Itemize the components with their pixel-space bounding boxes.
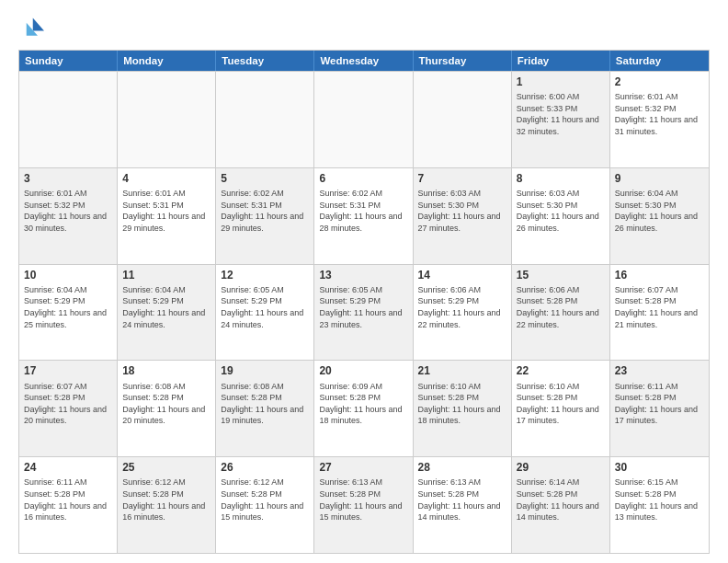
weekday-header: Tuesday	[216, 51, 314, 71]
day-number: 22	[517, 363, 605, 378]
calendar-cell: 21Sunrise: 6:10 AMSunset: 5:28 PMDayligh…	[414, 361, 512, 456]
svg-marker-0	[33, 18, 44, 31]
calendar-cell: 1Sunrise: 6:00 AMSunset: 5:33 PMDaylight…	[512, 72, 610, 167]
day-number: 15	[517, 268, 605, 282]
day-details: Sunrise: 6:02 AMSunset: 5:31 PMDaylight:…	[319, 188, 407, 234]
calendar-cell: 26Sunrise: 6:12 AMSunset: 5:28 PMDayligh…	[216, 457, 314, 553]
day-number: 3	[24, 171, 112, 186]
day-details: Sunrise: 6:05 AMSunset: 5:29 PMDaylight:…	[221, 284, 309, 330]
day-number: 19	[221, 363, 309, 378]
day-number: 7	[418, 171, 506, 186]
calendar-cell: 8Sunrise: 6:03 AMSunset: 5:30 PMDaylight…	[512, 168, 610, 264]
day-number: 21	[418, 363, 506, 378]
day-details: Sunrise: 6:01 AMSunset: 5:32 PMDaylight:…	[24, 188, 112, 234]
calendar-row: 24Sunrise: 6:11 AMSunset: 5:28 PMDayligh…	[19, 456, 709, 553]
calendar-cell: 16Sunrise: 6:07 AMSunset: 5:28 PMDayligh…	[610, 265, 709, 361]
calendar-cell: 25Sunrise: 6:12 AMSunset: 5:28 PMDayligh…	[118, 457, 216, 553]
calendar-cell: 5Sunrise: 6:02 AMSunset: 5:31 PMDaylight…	[216, 168, 314, 264]
day-number: 30	[615, 460, 704, 475]
calendar-header: SundayMondayTuesdayWednesdayThursdayFrid…	[19, 51, 709, 71]
calendar-row: 1Sunrise: 6:00 AMSunset: 5:33 PMDaylight…	[19, 71, 709, 167]
calendar-cell: 11Sunrise: 6:04 AMSunset: 5:29 PMDayligh…	[118, 265, 216, 361]
calendar-cell	[19, 72, 118, 167]
calendar-cell: 17Sunrise: 6:07 AMSunset: 5:28 PMDayligh…	[19, 361, 118, 456]
day-details: Sunrise: 6:11 AMSunset: 5:28 PMDaylight:…	[24, 477, 112, 523]
day-details: Sunrise: 6:11 AMSunset: 5:28 PMDaylight:…	[615, 381, 704, 427]
day-details: Sunrise: 6:03 AMSunset: 5:30 PMDaylight:…	[418, 188, 506, 234]
day-details: Sunrise: 6:06 AMSunset: 5:28 PMDaylight:…	[517, 284, 605, 330]
calendar-cell: 3Sunrise: 6:01 AMSunset: 5:32 PMDaylight…	[19, 168, 118, 264]
calendar-cell	[216, 72, 314, 167]
day-details: Sunrise: 6:15 AMSunset: 5:28 PMDaylight:…	[615, 477, 704, 523]
logo-icon	[18, 15, 44, 40]
day-details: Sunrise: 6:04 AMSunset: 5:29 PMDaylight:…	[24, 284, 112, 330]
day-number: 27	[319, 460, 407, 475]
weekday-header: Monday	[118, 51, 216, 71]
day-details: Sunrise: 6:10 AMSunset: 5:28 PMDaylight:…	[418, 381, 506, 427]
day-number: 20	[319, 363, 407, 378]
day-details: Sunrise: 6:08 AMSunset: 5:28 PMDaylight:…	[221, 381, 309, 427]
day-number: 26	[221, 460, 309, 475]
day-details: Sunrise: 6:08 AMSunset: 5:28 PMDaylight:…	[122, 381, 210, 427]
day-number: 16	[615, 268, 704, 282]
day-details: Sunrise: 6:09 AMSunset: 5:28 PMDaylight:…	[319, 381, 407, 427]
calendar-cell	[118, 72, 216, 167]
calendar-cell: 10Sunrise: 6:04 AMSunset: 5:29 PMDayligh…	[19, 265, 118, 361]
calendar-cell: 2Sunrise: 6:01 AMSunset: 5:32 PMDaylight…	[610, 72, 709, 167]
header	[18, 15, 710, 40]
day-details: Sunrise: 6:12 AMSunset: 5:28 PMDaylight:…	[122, 477, 210, 523]
day-number: 14	[418, 268, 506, 282]
weekday-header: Sunday	[19, 51, 118, 71]
day-details: Sunrise: 6:07 AMSunset: 5:28 PMDaylight:…	[24, 381, 112, 427]
day-details: Sunrise: 6:07 AMSunset: 5:28 PMDaylight:…	[615, 284, 704, 330]
day-number: 11	[122, 268, 210, 282]
day-details: Sunrise: 6:12 AMSunset: 5:28 PMDaylight:…	[221, 477, 309, 523]
calendar-cell: 28Sunrise: 6:13 AMSunset: 5:28 PMDayligh…	[414, 457, 512, 553]
calendar-cell: 9Sunrise: 6:04 AMSunset: 5:30 PMDaylight…	[610, 168, 709, 264]
calendar-cell: 18Sunrise: 6:08 AMSunset: 5:28 PMDayligh…	[118, 361, 216, 456]
weekday-header: Saturday	[610, 51, 709, 71]
day-number: 17	[24, 363, 112, 378]
weekday-header: Wednesday	[314, 51, 413, 71]
day-number: 10	[24, 268, 112, 282]
day-details: Sunrise: 6:06 AMSunset: 5:29 PMDaylight:…	[418, 284, 506, 330]
calendar-cell	[414, 72, 512, 167]
calendar-cell: 30Sunrise: 6:15 AMSunset: 5:28 PMDayligh…	[610, 457, 709, 553]
calendar-row: 10Sunrise: 6:04 AMSunset: 5:29 PMDayligh…	[19, 264, 709, 361]
day-details: Sunrise: 6:14 AMSunset: 5:28 PMDaylight:…	[517, 477, 605, 523]
day-number: 2	[615, 75, 704, 89]
day-details: Sunrise: 6:02 AMSunset: 5:31 PMDaylight:…	[221, 188, 309, 234]
calendar-cell: 19Sunrise: 6:08 AMSunset: 5:28 PMDayligh…	[216, 361, 314, 456]
day-number: 25	[122, 460, 210, 475]
day-number: 9	[615, 171, 704, 186]
calendar-cell: 6Sunrise: 6:02 AMSunset: 5:31 PMDaylight…	[314, 168, 413, 264]
day-number: 13	[319, 268, 407, 282]
calendar-cell	[314, 72, 413, 167]
day-number: 12	[221, 268, 309, 282]
calendar-cell: 15Sunrise: 6:06 AMSunset: 5:28 PMDayligh…	[512, 265, 610, 361]
day-number: 4	[122, 171, 210, 186]
calendar-cell: 22Sunrise: 6:10 AMSunset: 5:28 PMDayligh…	[512, 361, 610, 456]
day-details: Sunrise: 6:13 AMSunset: 5:28 PMDaylight:…	[319, 477, 407, 523]
calendar-cell: 14Sunrise: 6:06 AMSunset: 5:29 PMDayligh…	[414, 265, 512, 361]
day-number: 24	[24, 460, 112, 475]
page: SundayMondayTuesdayWednesdayThursdayFrid…	[0, 0, 728, 563]
calendar-cell: 27Sunrise: 6:13 AMSunset: 5:28 PMDayligh…	[314, 457, 413, 553]
day-details: Sunrise: 6:00 AMSunset: 5:33 PMDaylight:…	[517, 91, 605, 137]
calendar-row: 17Sunrise: 6:07 AMSunset: 5:28 PMDayligh…	[19, 360, 709, 456]
weekday-header: Thursday	[414, 51, 512, 71]
day-number: 1	[517, 75, 605, 89]
day-number: 5	[221, 171, 309, 186]
day-number: 28	[418, 460, 506, 475]
calendar-cell: 20Sunrise: 6:09 AMSunset: 5:28 PMDayligh…	[314, 361, 413, 456]
calendar-body: 1Sunrise: 6:00 AMSunset: 5:33 PMDaylight…	[19, 71, 709, 553]
day-number: 18	[122, 363, 210, 378]
day-number: 6	[319, 171, 407, 186]
weekday-header: Friday	[512, 51, 610, 71]
day-number: 8	[517, 171, 605, 186]
day-number: 23	[615, 363, 704, 378]
day-number: 29	[517, 460, 605, 475]
calendar-cell: 29Sunrise: 6:14 AMSunset: 5:28 PMDayligh…	[512, 457, 610, 553]
day-details: Sunrise: 6:13 AMSunset: 5:28 PMDaylight:…	[418, 477, 506, 523]
day-details: Sunrise: 6:10 AMSunset: 5:28 PMDaylight:…	[517, 381, 605, 427]
